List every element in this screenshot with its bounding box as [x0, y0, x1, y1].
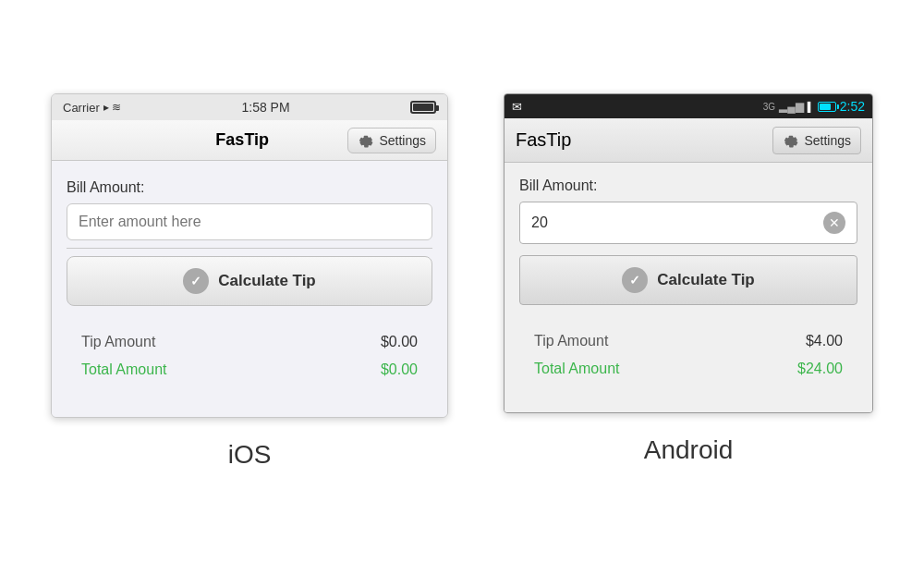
ios-amount-input[interactable]: [79, 214, 420, 230]
android-nav-bar: FasTip Settings: [505, 118, 872, 163]
ios-gear-icon: [358, 132, 374, 149]
android-signal-text: 3G: [763, 102, 775, 112]
ios-tip-row: Tip Amount $0.00: [74, 328, 425, 356]
ios-settings-label: Settings: [379, 133, 426, 148]
android-amount-value: 20: [531, 214, 548, 231]
android-status-right: 3G ▂▄▆ ▌ 2:52: [763, 99, 865, 114]
android-mail-icon: ✉: [512, 100, 522, 114]
android-settings-label: Settings: [804, 133, 851, 148]
android-time: 2:52: [840, 99, 865, 114]
android-content: Bill Amount: 20 ✕ ✓ Calculate Tip Tip Am…: [505, 163, 872, 412]
ios-nav-title: FasTip: [215, 130, 269, 150]
ios-total-row: Total Amount $0.00: [74, 356, 425, 384]
android-settings-button[interactable]: Settings: [772, 127, 861, 154]
android-nav-title: FasTip: [516, 129, 571, 151]
android-signal-bars: ▂▄▆: [779, 100, 804, 113]
ios-calculate-button[interactable]: ✓ Calculate Tip: [67, 256, 432, 306]
ios-wifi-icon: ▸️ ≋: [103, 101, 121, 114]
ios-battery-icon: [410, 101, 436, 114]
ios-status-bar: Carrier ▸️ ≋ 1:58 PM: [52, 94, 447, 120]
android-gear-icon: [783, 132, 799, 149]
ios-platform-label: iOS: [228, 440, 272, 470]
ios-total-value: $0.00: [381, 361, 418, 378]
main-container: Carrier ▸️ ≋ 1:58 PM FasTip Settings: [0, 75, 924, 488]
android-input-wrapper[interactable]: 20 ✕: [519, 202, 857, 244]
ios-total-label: Total Amount: [81, 361, 167, 378]
ios-input-wrapper[interactable]: [67, 203, 432, 240]
android-clear-button[interactable]: ✕: [823, 212, 845, 234]
android-tip-value: $4.00: [806, 333, 843, 349]
ios-bill-amount-label: Bill Amount:: [67, 179, 432, 196]
ios-nav-bar: FasTip Settings: [52, 120, 447, 161]
ios-separator: [67, 248, 432, 249]
ios-frame: Carrier ▸️ ≋ 1:58 PM FasTip Settings: [51, 93, 448, 418]
android-calculate-button[interactable]: ✓ Calculate Tip: [519, 255, 857, 305]
ios-tip-value: $0.00: [381, 334, 418, 350]
android-frame: ✉ 3G ▂▄▆ ▌ 2:52 FasTip: [504, 93, 873, 413]
android-battery-fill: [820, 104, 832, 110]
android-signal-strength: ▌: [808, 102, 814, 112]
ios-carrier-text: Carrier: [63, 101, 100, 115]
ios-tip-label: Tip Amount: [81, 334, 155, 350]
ios-check-circle-icon: ✓: [183, 268, 209, 294]
android-results: Tip Amount $4.00 Total Amount $24.00: [519, 312, 857, 398]
ios-section: Carrier ▸️ ≋ 1:58 PM FasTip Settings: [51, 93, 448, 470]
android-total-value: $24.00: [797, 361, 843, 377]
android-total-row: Total Amount $24.00: [527, 355, 850, 383]
android-bill-amount-label: Bill Amount:: [519, 177, 857, 194]
ios-calculate-label: Calculate Tip: [218, 272, 316, 290]
ios-battery-fill: [413, 104, 433, 111]
ios-results: Tip Amount $0.00 Total Amount $0.00: [67, 313, 432, 398]
android-tip-label: Tip Amount: [534, 333, 608, 349]
ios-settings-button[interactable]: Settings: [347, 128, 436, 153]
android-total-label: Total Amount: [534, 361, 620, 377]
ios-content: Bill Amount: ✓ Calculate Tip Tip Amount …: [52, 161, 447, 417]
android-check-circle-icon: ✓: [622, 267, 648, 293]
android-calculate-label: Calculate Tip: [657, 271, 755, 289]
android-status-left: ✉: [512, 100, 526, 114]
android-status-bar: ✉ 3G ▂▄▆ ▌ 2:52: [505, 94, 872, 118]
ios-carrier: Carrier ▸️ ≋: [63, 101, 121, 115]
android-platform-label: Android: [644, 435, 734, 465]
android-battery-icon: [818, 102, 836, 112]
ios-time: 1:58 PM: [241, 100, 289, 115]
android-tip-row: Tip Amount $4.00: [527, 327, 850, 355]
android-section: ✉ 3G ▂▄▆ ▌ 2:52 FasTip: [504, 93, 873, 465]
